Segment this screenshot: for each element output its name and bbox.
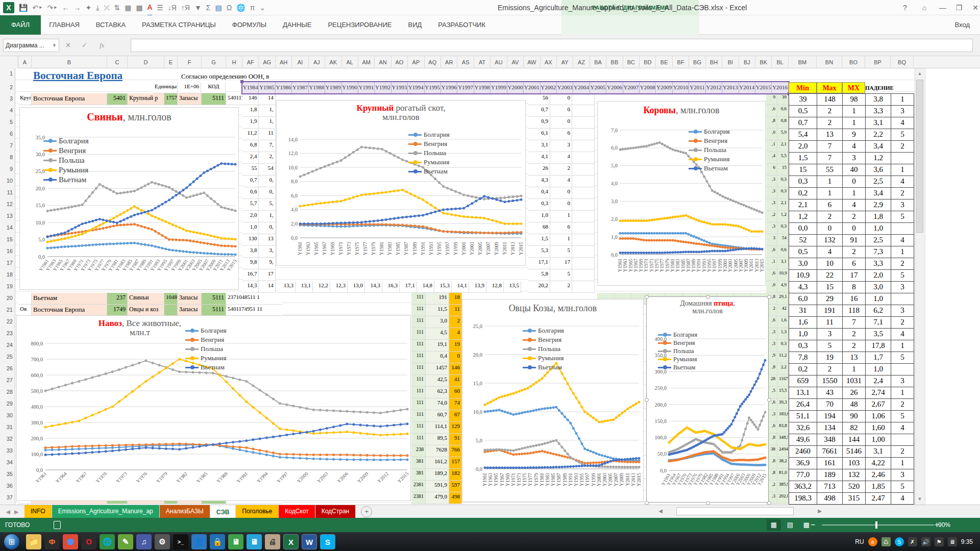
legend-item-Венгрия[interactable]: Венгрия <box>408 139 450 148</box>
cell-yearval[interactable]: 2 <box>550 281 572 293</box>
cell-bl[interactable]: 2,2 <box>777 363 789 375</box>
stats-cell[interactable]: 29 <box>817 293 843 305</box>
cell-green-frag[interactable]: 111 <box>411 434 426 445</box>
stats-cell[interactable]: 191 <box>817 305 843 317</box>
legend-item-Румыния[interactable]: Румыния <box>408 158 450 167</box>
stats-cell[interactable]: 2,47 <box>865 492 891 505</box>
cell-gold-val[interactable]: 74 <box>449 398 462 410</box>
stats-cell[interactable]: 3,5 <box>865 328 891 340</box>
cell-yearval[interactable]: 2 <box>550 164 572 176</box>
stats-cell[interactable]: 52 <box>789 234 817 246</box>
cell-bl[interactable]: 2494 <box>777 445 789 457</box>
cell-yearval[interactable]: 11,2 <box>242 129 259 140</box>
stats-cell[interactable] <box>891 363 914 375</box>
stats-header-Max[interactable]: Max <box>817 82 842 93</box>
cell-yearval[interactable]: 7, <box>259 140 275 152</box>
stats-cell[interactable]: 2 <box>891 445 914 458</box>
cell-bk[interactable]: ,0 <box>766 281 777 293</box>
column-header-BK[interactable]: BK <box>755 56 772 68</box>
stats-cell[interactable]: 3 <box>891 375 914 387</box>
year-header-cell[interactable]: Y2004 <box>573 82 590 93</box>
stats-cell[interactable]: 22 <box>817 269 843 282</box>
column-header-AZ[interactable]: AZ <box>573 56 590 68</box>
year-header-cell[interactable]: Y2012 <box>706 82 722 93</box>
stats-cell[interactable]: 5 <box>891 481 914 493</box>
row-header-11[interactable]: 11 <box>7 189 13 195</box>
sheet-nav-arrows[interactable]: ◀▶ <box>0 505 24 518</box>
cell-yearval[interactable]: 130 <box>242 234 259 246</box>
row-header-5[interactable]: 5 <box>10 119 13 125</box>
stats-cell[interactable]: 3,6 <box>865 164 891 176</box>
monitor2-app-icon[interactable]: 🖥 <box>247 534 262 549</box>
row-header-9[interactable]: 9 <box>10 166 13 172</box>
cell-gold-val[interactable]: 60 <box>449 387 462 398</box>
remote-app-icon[interactable]: 👤 <box>191 534 207 549</box>
stats-cell[interactable]: 26,4 <box>789 398 817 411</box>
year-header-cell[interactable]: Y1985 <box>259 82 275 93</box>
cell-yearval[interactable]: 1,5 <box>528 234 550 246</box>
normal-view-icon[interactable]: ▦ <box>767 519 781 531</box>
column-header-AY[interactable]: AY <box>557 56 573 68</box>
column-header-AL[interactable]: AL <box>342 56 358 68</box>
year-header-cell[interactable]: Y2009 <box>656 82 673 93</box>
stats-cell[interactable]: 0,3 <box>789 340 817 352</box>
cell-bl[interactable]: 11,2 <box>777 352 789 363</box>
stats-cell[interactable]: 1031 <box>842 375 866 387</box>
stats-cell[interactable]: 132 <box>842 469 866 481</box>
opera-icon[interactable]: O <box>81 534 96 549</box>
stats-cell[interactable]: 5 <box>891 352 914 364</box>
cell-gold-val[interactable]: 4 <box>449 328 462 340</box>
cell-yearval[interactable]: 0, <box>259 176 275 187</box>
year-header-cell[interactable]: Y2015 <box>755 82 772 93</box>
stats-cell[interactable]: 10,9 <box>789 269 817 282</box>
stats-cell[interactable]: 6,2 <box>865 305 891 317</box>
stats-cell[interactable]: 3 <box>817 328 843 340</box>
display-tray-icon[interactable]: 🖥 <box>948 537 957 546</box>
stats-cell[interactable]: 5,4 <box>789 129 817 141</box>
year-header-cell[interactable]: Y2014 <box>739 82 755 93</box>
cell-yearval[interactable]: 12,2 <box>313 281 330 293</box>
stats-cell[interactable]: 0,2 <box>789 187 817 199</box>
cell-bl[interactable]: 83,8 <box>777 422 789 434</box>
year-header-cell[interactable]: Y1997 <box>457 82 474 93</box>
stats-cell[interactable]: 144 <box>842 434 866 446</box>
cell-bk[interactable]: ,8 <box>766 117 777 129</box>
cell-bl[interactable]: 0,6 <box>777 246 789 258</box>
cell-yearval[interactable] <box>572 105 595 117</box>
cmd-icon[interactable]: >_ <box>173 534 188 549</box>
row-header-36[interactable]: 36 <box>7 483 13 489</box>
stats-cell[interactable]: 0,7 <box>789 117 817 129</box>
cell-bk[interactable]: ,3 <box>766 222 777 234</box>
cell-bk[interactable]: 6 <box>766 164 777 176</box>
stats-cell[interactable]: 3,1 <box>865 445 891 458</box>
stats-cell[interactable]: 2,2 <box>865 129 891 141</box>
stats-cell[interactable]: 1,0 <box>865 293 891 305</box>
cell-yearval[interactable]: 146 <box>242 93 259 105</box>
fill-icon[interactable]: ▤ <box>215 0 222 15</box>
cell-green-frag[interactable]: 111 <box>411 305 426 316</box>
stats-cell[interactable]: 3,3 <box>865 105 891 117</box>
stats-cell[interactable]: 15 <box>789 164 817 176</box>
horizontal-scrollbar[interactable]: ◀ ▶ <box>656 506 824 516</box>
cell-yearval[interactable]: 2,4 <box>242 152 259 164</box>
stats-cell[interactable]: 3,4 <box>865 187 891 199</box>
filter-icon[interactable]: ▼ <box>194 0 202 15</box>
cell-bk[interactable]: 9 <box>766 93 777 105</box>
ribbon-tab-главная[interactable]: ГЛАВНАЯ <box>41 15 88 35</box>
cell-gold-val[interactable]: 161,2 <box>426 457 449 469</box>
stats-cell[interactable]: 520 <box>842 481 866 493</box>
cell-yearval[interactable]: 1, <box>259 117 275 129</box>
chart-cows[interactable]: Коровы, млн.голов0,01,02,03,04,05,06,07,… <box>597 101 766 286</box>
stats-cell[interactable]: 6 <box>842 258 866 270</box>
stats-cell[interactable]: 3 <box>891 281 914 293</box>
stats-cell[interactable]: 91 <box>842 234 866 246</box>
cell-green-frag[interactable]: 111 <box>411 293 426 305</box>
cell-banner-element[interactable]: Запасы <box>178 293 202 305</box>
cell-bl[interactable]: 1167 <box>777 375 789 387</box>
cell-yearval[interactable]: 0,7 <box>242 176 259 187</box>
cell-yearval[interactable]: 14,8 <box>417 281 434 293</box>
cell-yearval[interactable]: 55 <box>242 164 259 176</box>
cell-yearval[interactable] <box>572 269 595 281</box>
help-icon[interactable]: ? <box>897 0 913 15</box>
cell-green-frag[interactable]: 111 <box>411 352 426 363</box>
